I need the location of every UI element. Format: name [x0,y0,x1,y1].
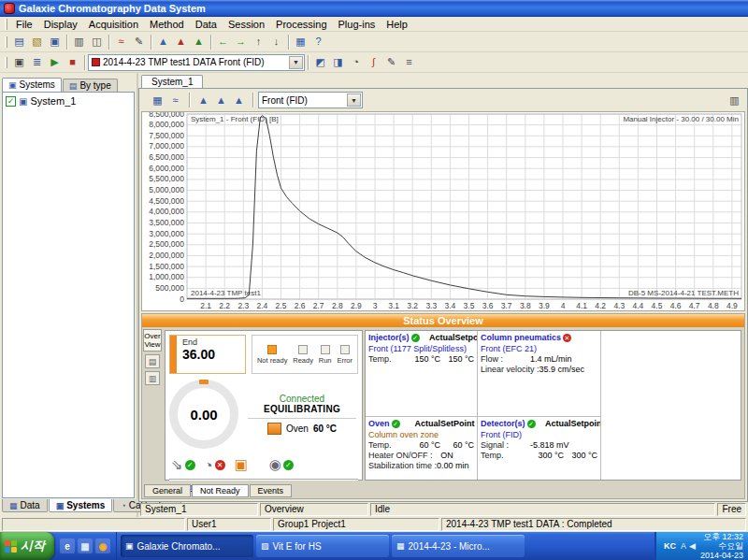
status-value-row: Temp.300 °C300 °C [481,451,597,461]
tab-systems[interactable]: ▣ Systems [2,78,62,92]
zoom-icon[interactable]: ◔ [347,54,365,71]
tab-by-type[interactable]: ▤ By type [63,79,118,92]
save-icon[interactable]: ▣ [46,34,64,50]
peak-scale-icon[interactable]: ▲ [212,92,230,108]
table-icon[interactable]: ▦ [292,34,309,50]
chromatogram-plot[interactable]: 0500,0001,000,0001,500,0002,000,0002,500… [142,112,744,310]
task-excel[interactable]: ▦ 2014-4-23 - Micro... [392,535,525,557]
status-cell: Free [717,503,746,516]
status-value-row: Temp.60 °C60 °C [368,440,474,451]
tab-general[interactable]: General [144,484,191,497]
tab-data[interactable]: ▦ Data [2,499,48,512]
svg-text:5,000,000: 5,000,000 [149,185,184,194]
menu-plugins[interactable]: Plug-ins [333,18,381,31]
taskbar-clock: 오후 12:32 수요일 2014-04-23 [700,532,743,560]
sequence-icon[interactable]: ≣ [28,54,46,71]
show-desktop-icon[interactable]: ▦ [78,538,93,553]
menu-acquisition[interactable]: Acquisition [83,18,144,31]
indicator-ready: Ready [293,345,313,365]
chromatogram-view-icon[interactable]: ≈ [166,92,184,108]
menu-session[interactable]: Session [223,18,270,31]
menu-data[interactable]: Data [190,18,223,31]
stack-peaks-icon[interactable]: ▲ [172,34,190,50]
print-icon[interactable]: ▥ [70,34,88,50]
svg-text:3.4: 3.4 [444,301,455,310]
properties-icon[interactable]: ≡ [400,54,418,71]
separator [108,35,109,50]
prev-icon[interactable]: ← [214,34,232,50]
tree-item-system1[interactable]: ▣ System_1 [6,95,131,107]
injector-status-icon[interactable]: ⇘ [171,456,195,473]
full-scale-icon[interactable]: ▲ [194,92,212,108]
detector-combo[interactable]: Front (FID) [258,92,363,108]
print-preview-icon[interactable]: ◫ [88,34,106,50]
ime-language-indicator[interactable]: KC [664,541,676,551]
status-page-icon[interactable]: ▥ [145,371,160,385]
connection-label: Connected [246,394,358,404]
next-icon[interactable]: → [232,34,250,50]
menu-file[interactable]: File [10,18,38,31]
print-chart-icon[interactable]: ▥ [726,92,743,108]
system-control-icon[interactable]: ▣ [10,54,28,71]
task-vit-e[interactable]: ▨ Vit E for HS [256,535,389,557]
new-icon[interactable]: ▤ [10,34,28,50]
svg-text:7,500,000: 7,500,000 [149,131,184,140]
results-table-icon[interactable]: ▦ [149,92,166,108]
start-button[interactable]: 시작 [0,532,54,560]
systems-tree: ▣ System_1 [2,92,135,498]
chromatogram-chart[interactable]: 0500,0001,000,0001,500,0002,000,0002,500… [141,111,745,311]
detector-status-icon[interactable]: ◉ [269,456,294,473]
overview-page-icon[interactable]: ▤ [145,354,160,368]
integration-icon[interactable]: ∫ [365,54,382,71]
run-time-gauge: 0.00 [169,380,238,449]
auto-scale-icon[interactable]: ▲ [230,92,248,108]
menu-method[interactable]: Method [144,18,190,31]
up-icon[interactable]: ↑ [250,34,267,50]
menu-processing[interactable]: Processing [270,18,332,31]
svg-text:4.1: 4.1 [576,301,587,310]
svg-text:3.9: 3.9 [539,301,550,310]
help-icon[interactable]: ? [309,34,327,50]
compare-icon[interactable]: ◨ [329,54,347,71]
task-icon: ▦ [396,541,405,551]
internet-explorer-icon[interactable]: e [60,538,75,553]
tab-overview-vertical[interactable]: Over View [143,329,162,352]
down-icon[interactable]: ↓ [267,34,285,50]
chevron-down-icon[interactable] [347,93,361,107]
oven-status-icon[interactable]: ▣ [235,456,260,473]
baseline-icon[interactable]: ▲ [190,34,208,50]
tab-systems-bottom[interactable]: ▣ Systems [49,499,113,512]
chromatogram-icon[interactable]: ≈ [112,34,130,50]
toolbar-grip [5,19,7,30]
separator [288,35,289,50]
start-run-icon[interactable]: ▶ [46,54,64,71]
tab-icon: ◔ [121,501,125,510]
stop-run-icon[interactable]: ■ [64,54,81,71]
overlay-peaks-icon[interactable]: ▲ [154,34,172,50]
tab-not-ready[interactable]: Not Ready [192,484,249,497]
annotate-icon[interactable]: ✎ [382,54,400,71]
menu-help[interactable]: Help [381,18,413,31]
status-badge [283,460,294,470]
menu-display[interactable]: Display [38,18,83,31]
tab-events[interactable]: Events [250,484,293,497]
tab-system-1[interactable]: System_1 [141,75,203,88]
task-galaxie[interactable]: ▣ Galaxie Chromato... [121,535,253,557]
media-player-icon[interactable]: ◉ [95,538,110,553]
snapshot-icon[interactable]: ◩ [311,54,329,71]
system-icon: ▣ [19,96,27,107]
open-icon[interactable]: ▧ [28,34,46,50]
svg-text:4.7: 4.7 [689,301,700,310]
svg-text:3: 3 [373,301,378,310]
oven-title: Oven [368,419,390,428]
pneumatics-status-icon[interactable]: ◔ [205,457,225,473]
volume-icon[interactable]: ◀ [689,541,696,551]
ime-icon[interactable]: A [681,541,686,551]
run-end-time-box: End 36.00 [169,335,246,374]
system-checkbox[interactable] [6,96,16,107]
run-progress-bar [170,336,177,373]
dataset-combo[interactable]: 2014-4-23 TMP test1 DATA Front (FID) [88,54,305,71]
edit-icon[interactable]: ✎ [130,34,148,50]
chevron-down-icon[interactable] [289,56,303,69]
dataset-combo-value: 2014-4-23 TMP test1 DATA Front (FID) [103,57,286,67]
